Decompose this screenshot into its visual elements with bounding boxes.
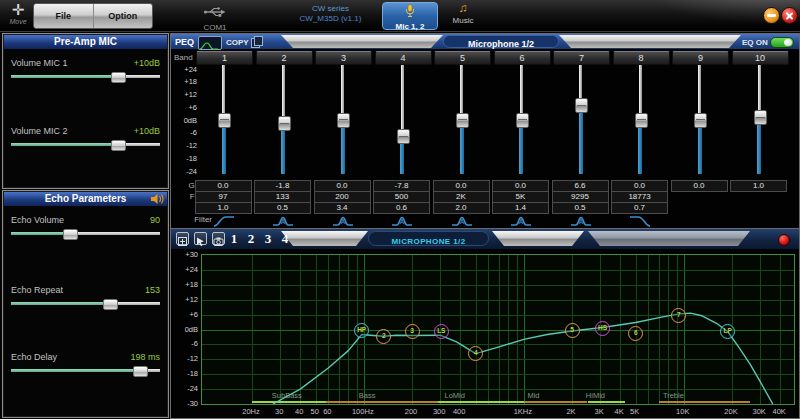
slider-fill — [11, 143, 117, 146]
band-row-label: Band — [174, 53, 193, 62]
table-row-label: Filter — [171, 215, 212, 224]
band-button-10[interactable]: 10 — [732, 51, 789, 65]
y-tick-label: -30 — [172, 399, 198, 408]
q-cell[interactable]: 0.5 — [552, 202, 609, 214]
slider-track[interactable] — [11, 302, 160, 305]
eq-scale-label: -24 — [171, 167, 197, 176]
com-port-button[interactable]: COM1 — [193, 3, 237, 29]
slider-value: 198 ms — [130, 352, 160, 362]
gain-cell[interactable]: 0.0 — [671, 180, 728, 192]
move-handle[interactable]: ✛ Move — [4, 1, 32, 30]
q-cell[interactable]: 1.0 — [195, 202, 252, 214]
band-button-1[interactable]: 1 — [196, 51, 253, 65]
q-cell[interactable]: 0.6 — [373, 202, 430, 214]
band-button-6[interactable]: 6 — [494, 51, 551, 65]
band-button-2[interactable]: 2 — [256, 51, 313, 65]
band-button-7[interactable]: 7 — [553, 51, 610, 65]
eq-band-handle[interactable] — [337, 113, 350, 128]
slider-handle[interactable] — [111, 140, 126, 151]
slider-track[interactable] — [11, 369, 160, 372]
file-button[interactable]: File — [34, 4, 93, 28]
slider-row: Echo Volume90 — [11, 215, 160, 249]
band-button-9[interactable]: 9 — [672, 51, 729, 65]
com-port-label: COM1 — [193, 23, 237, 32]
eq-band-handle[interactable] — [397, 129, 410, 144]
eq-header-bar: PEQ COPY Microphone 1/2 EQ ON — [171, 34, 799, 49]
eq-band-track-lower — [757, 117, 761, 174]
eq-point-ls[interactable]: LS — [434, 324, 449, 339]
slider-row: Echo Repeat153 — [11, 285, 160, 319]
eq-point-lp[interactable]: LP — [720, 324, 735, 339]
slider-row: Volume MIC 2+10dB — [11, 126, 160, 160]
eq-band-handle[interactable] — [754, 110, 767, 125]
eq-on-label: EQ ON — [742, 38, 768, 47]
slider-fill — [11, 369, 139, 372]
copy-icon[interactable] — [251, 36, 262, 47]
q-cell[interactable]: 3.4 — [314, 202, 371, 214]
eq-band-track-upper — [520, 65, 523, 119]
slider-handle[interactable] — [111, 72, 126, 83]
device-info: CW series CW_M35D (v1.1) — [278, 4, 383, 24]
minimize-button[interactable] — [763, 7, 780, 24]
eq-band-track-upper — [698, 65, 701, 119]
eq-point-5[interactable]: 5 — [565, 323, 580, 338]
y-tick-label: +30 — [172, 250, 198, 259]
speaker-icon — [151, 194, 164, 204]
eq-band-handle[interactable] — [278, 116, 291, 131]
slider-track[interactable] — [11, 232, 160, 235]
band-button-5[interactable]: 5 — [434, 51, 491, 65]
slider-handle[interactable] — [133, 366, 148, 377]
record-led[interactable] — [778, 234, 790, 246]
slider-handle[interactable] — [63, 229, 78, 240]
banner-segment — [492, 231, 584, 246]
eq-band-handle[interactable] — [516, 113, 529, 128]
slider-handle[interactable] — [103, 299, 118, 310]
eq-point-3[interactable]: 3 — [405, 324, 420, 339]
slider-rest — [69, 232, 160, 235]
eq-band-track-upper — [639, 65, 642, 119]
preset-button-3[interactable]: 3 — [261, 231, 275, 247]
y-tick-label: -24 — [172, 384, 198, 393]
device-series: CW series — [278, 4, 383, 14]
echo-title: Echo Parameters — [45, 193, 127, 204]
eq-on-toggle[interactable] — [770, 37, 794, 48]
tab-music[interactable]: ♫ Music — [440, 2, 486, 28]
eq-band-handle[interactable] — [575, 98, 588, 113]
banner-segment — [559, 35, 741, 48]
slider-fill — [11, 75, 117, 78]
q-cell[interactable]: 0.7 — [611, 202, 668, 214]
peq-curve-icon[interactable] — [198, 36, 222, 50]
eq-band-handle[interactable] — [218, 113, 231, 128]
preset-button-2[interactable]: 2 — [244, 231, 258, 247]
eq-band-handle[interactable] — [635, 113, 648, 128]
q-cell[interactable]: 0.5 — [254, 202, 311, 214]
tab-music-label: Music — [440, 16, 486, 25]
eq-band-handle[interactable] — [456, 113, 469, 128]
band-button-4[interactable]: 4 — [375, 51, 432, 65]
band-button-8[interactable]: 8 — [613, 51, 670, 65]
slider-track[interactable] — [11, 75, 160, 78]
eq-point-hs[interactable]: HS — [595, 321, 610, 336]
camera-icon[interactable] — [212, 232, 225, 245]
slider-track[interactable] — [11, 143, 160, 146]
save-icon[interactable] — [176, 232, 189, 245]
response-curve — [202, 255, 794, 404]
cursor-icon[interactable] — [194, 232, 207, 245]
close-button[interactable] — [781, 7, 798, 24]
music-note-icon: ♫ — [440, 2, 486, 15]
eq-point-hp[interactable]: HP — [354, 323, 369, 338]
banner-segment — [588, 231, 750, 246]
graph-banner: MICROPHONE 1/2 — [368, 231, 489, 246]
option-button[interactable]: Option — [93, 4, 153, 28]
band-button-3[interactable]: 3 — [315, 51, 372, 65]
y-tick-label: +18 — [172, 280, 198, 289]
q-cell[interactable]: 2.0 — [433, 202, 490, 214]
eq-band-handle[interactable] — [694, 113, 707, 128]
tab-mic-1-2[interactable]: Mic 1, 2 — [382, 2, 438, 30]
preset-button-1[interactable]: 1 — [227, 231, 241, 247]
x-tick-label: 40K — [762, 407, 796, 416]
q-cell[interactable]: 1.4 — [492, 202, 549, 214]
preset-button-4[interactable]: 4 — [278, 231, 292, 247]
graph-header-bar: 1234 MICROPHONE 1/2 — [171, 229, 799, 250]
gain-cell[interactable]: 1.0 — [730, 180, 787, 192]
